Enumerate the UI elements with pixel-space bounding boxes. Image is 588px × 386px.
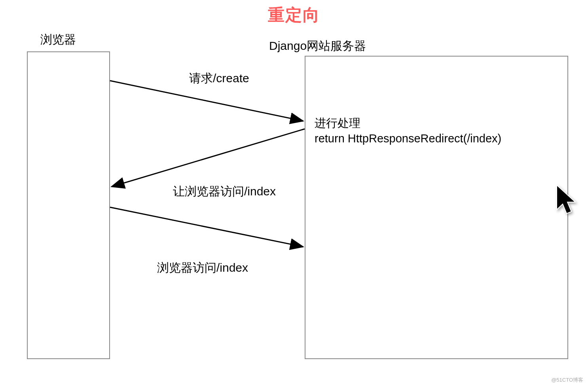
diagram-title: 重定向 [0, 4, 588, 26]
browser-label: 浏览器 [40, 32, 76, 48]
arrow-label-visit: 浏览器访问/index [157, 260, 248, 276]
arrow-label-request: 请求/create [189, 70, 249, 87]
browser-lifeline-box [27, 51, 110, 359]
server-text-line2: return HttpResponseRedirect(/index) [315, 131, 501, 146]
watermark-text: @51CTO博客 [551, 377, 583, 384]
server-text-line1: 进行处理 [315, 115, 501, 131]
svg-line-3 [110, 207, 303, 247]
svg-line-2 [112, 129, 305, 187]
cursor-icon [555, 184, 579, 217]
svg-line-1 [110, 81, 303, 121]
server-lifeline-box [305, 56, 568, 359]
server-label: Django网站服务器 [269, 38, 366, 54]
arrow-label-redirect: 让浏览器访问/index [173, 184, 276, 200]
server-process-text: 进行处理 return HttpResponseRedirect(/index) [315, 115, 501, 146]
